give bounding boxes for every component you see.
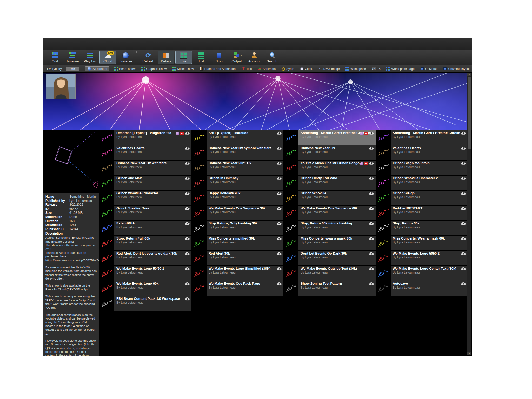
- scroll-up-arrow[interactable]: ▲: [467, 73, 471, 76]
- tile[interactable]: We Make Events Cue Sequence 60kBy Lyra L…: [284, 206, 376, 220]
- toolbar-button-account[interactable]: Account: [246, 51, 263, 64]
- tile[interactable]: Stop, Return Full 60kBy Lyra Letourneau: [100, 236, 191, 250]
- filter-item-frames-and-animation[interactable]: Frames and Animation: [198, 66, 237, 71]
- tile[interactable]: Something - Martin Garrix Breathe Caroli…: [376, 130, 468, 145]
- download-cloud-icon[interactable]: [185, 161, 190, 166]
- download-cloud-icon[interactable]: [185, 176, 190, 181]
- download-cloud-icon[interactable]: [185, 131, 190, 136]
- download-cloud-icon[interactable]: [369, 267, 374, 271]
- filter-item-universe[interactable]: Universe: [419, 66, 438, 71]
- download-cloud-icon[interactable]: [185, 297, 190, 302]
- download-cloud-icon[interactable]: [185, 146, 190, 151]
- toolbar-button-list[interactable]: List: [193, 51, 210, 64]
- download-cloud-icon[interactable]: [277, 191, 282, 196]
- download-cloud-icon[interactable]: [185, 237, 190, 241]
- download-cloud-icon[interactable]: [185, 252, 190, 256]
- download-cloud-icon[interactable]: [277, 222, 282, 226]
- tile[interactable]: We Make Events Outside Text (30k)By Lyra…: [284, 266, 376, 281]
- download-cloud-icon[interactable]: [277, 267, 282, 271]
- tile[interactable]: RedAlertRESTARTBy Lyra Letourneau: [376, 206, 468, 220]
- filter-item-mixed-show[interactable]: Mixed show: [171, 66, 195, 71]
- download-cloud-icon[interactable]: [185, 222, 190, 226]
- tile[interactable]: Grinch Slegh MountainBy Lyra Letourneau: [376, 161, 468, 175]
- tile[interactable]: Chinese New Year Ox with flareBy Lyra Le…: [100, 161, 191, 175]
- toolbar-button-search[interactable]: Search: [264, 51, 280, 64]
- tile[interactable]: Grinch WhovilleBy Lyra Letourneau: [284, 191, 376, 205]
- download-cloud-icon[interactable]: [369, 237, 374, 241]
- tile[interactable]: Stop Return, Only hashtag 30kBy Lyra Let…: [192, 221, 284, 235]
- download-cloud-icon[interactable]: [185, 267, 190, 271]
- tile[interactable]: Deadman [Explicit] - Vulgatron fea...By …: [100, 130, 191, 145]
- download-cloud-icon[interactable]: [369, 252, 374, 256]
- tile[interactable]: Grinch and MaxBy Lyra Letourneau: [100, 176, 191, 190]
- download-cloud-icon[interactable]: [277, 146, 282, 151]
- tile[interactable]: Chinese New Year Ox symobl with flareBy …: [192, 145, 284, 160]
- tile[interactable]: Miss Concerts, wear a mask 30kBy Lyra Le…: [284, 236, 376, 250]
- filter-item-graphics-show[interactable]: Graphics show: [140, 66, 168, 71]
- download-cloud-icon[interactable]: [185, 282, 190, 287]
- scrollbar-thumb[interactable]: [468, 77, 471, 149]
- tile[interactable]: FB4 Beam Content Pack 1.0 WorkspaceBy Ly…: [100, 296, 191, 311]
- tile[interactable]: Red Alert, Dont let events go dark 30kBy…: [100, 251, 191, 265]
- toolbar-button-tile[interactable]: Tile: [175, 51, 192, 64]
- toolbar-button-universe[interactable]: Universe: [117, 51, 134, 64]
- tile[interactable]: You"re a Mean One Mr Grinch Pangol...By …: [284, 161, 376, 175]
- download-cloud-icon[interactable]: [277, 252, 282, 256]
- vertical-scrollbar[interactable]: ▲ ▼: [467, 73, 471, 355]
- download-cloud-icon[interactable]: [461, 267, 466, 271]
- filter-item-workspace[interactable]: Workspace: [344, 66, 367, 71]
- download-cloud-icon[interactable]: [185, 191, 190, 196]
- download-cloud-icon[interactable]: [369, 131, 374, 136]
- toolbar-button-play-list[interactable]: Play List: [82, 51, 98, 64]
- tile[interactable]: We Make Events Cue Sequence 30kBy Lyra L…: [192, 206, 284, 220]
- tile[interactable]: Dont Let Events Go Dark 30kBy Lyra Letou…: [284, 251, 376, 265]
- toolbar-button-stop[interactable]: Stop: [211, 51, 227, 64]
- download-cloud-icon[interactable]: [369, 282, 374, 287]
- download-cloud-icon[interactable]: [461, 176, 466, 181]
- tile[interactable]: Valentines HeartsBy Lyra Letourneau: [376, 145, 468, 160]
- filter-item-abstracts[interactable]: Abstracts: [257, 66, 277, 71]
- filter-item-clock[interactable]: Clock: [299, 66, 314, 71]
- tile[interactable]: AutosaveBy Lyra Letourneau: [376, 281, 468, 296]
- download-cloud-icon[interactable]: [369, 161, 374, 166]
- toolbar-button-details[interactable]: Details: [158, 51, 174, 64]
- tile[interactable]: Red Alert 30kBy Lyra Letourneau: [192, 251, 284, 265]
- download-cloud-icon[interactable]: [369, 222, 374, 226]
- scroll-down-arrow[interactable]: ▼: [467, 352, 471, 355]
- download-cloud-icon[interactable]: [277, 207, 282, 211]
- tile[interactable]: ExtendPUABy Lyra Letourneau: [100, 221, 191, 235]
- tile[interactable]: Valentines HeartsBy Lyra Letourneau: [100, 145, 191, 160]
- tile[interactable]: Chinese New Year OxBy Lyra Letourneau: [284, 145, 376, 160]
- download-cloud-icon[interactable]: [461, 207, 466, 211]
- filter-item-universe-layout[interactable]: Universe layout: [442, 66, 471, 71]
- tile[interactable]: Grinch whoville CharacterBy Lyra Letourn…: [100, 191, 191, 205]
- download-cloud-icon[interactable]: [461, 131, 466, 136]
- tile[interactable]: Stop, Return 30kBy Lyra Letourneau: [376, 221, 468, 235]
- tile[interactable]: We Make Events Cue Pack PageBy Lyra Leto…: [192, 281, 284, 296]
- tile[interactable]: SHIT [Explicit] - MaraudaBy Lyra Letourn…: [192, 130, 284, 145]
- toolbar-button-refresh[interactable]: Refresh: [140, 51, 157, 64]
- download-cloud-icon[interactable]: [185, 207, 190, 211]
- tile[interactable]: We Make Events Logo 5050 2By Lyra Letour…: [376, 251, 468, 265]
- tile[interactable]: Miss Concerts simplified 30kBy Lyra Leto…: [192, 236, 284, 250]
- filter-item-beam-show[interactable]: Beam show: [113, 66, 136, 71]
- tile[interactable]: We Make Events Logo Center Text (30k)By …: [376, 266, 468, 281]
- filter-item-fx[interactable]: FX: [371, 66, 382, 71]
- toolbar-button-timeline[interactable]: Timeline: [64, 51, 81, 64]
- filter-item-text[interactable]: Text: [240, 66, 253, 71]
- tile[interactable]: Something - Martin Garrix Breathe Caroli…: [284, 130, 376, 145]
- tile[interactable]: Chinese New Year 2021 OxBy Lyra Letourne…: [192, 161, 284, 175]
- tile[interactable]: Grinch in ChimneyBy Lyra Letourneau: [192, 176, 284, 190]
- download-cloud-icon[interactable]: [277, 237, 282, 241]
- tile[interactable]: We Make Events Logo 60kBy Lyra Letournea…: [100, 281, 191, 296]
- filter-item-workspace-page[interactable]: Workspace page: [385, 66, 416, 71]
- tile[interactable]: Happy Holidays 90kBy Lyra Letourneau: [192, 191, 284, 205]
- dropdown-arrow-icon[interactable]: ▼: [240, 54, 242, 57]
- tile[interactable]: Grinch Stealing TreeBy Lyra Letourneau: [100, 206, 191, 220]
- download-cloud-icon[interactable]: [277, 131, 282, 136]
- filter-item-everybody[interactable]: Everybody: [46, 66, 63, 71]
- filter-item-all-content[interactable]: All content: [85, 66, 109, 71]
- tile[interactable]: Stop, Return 60k minus hashtagBy Lyra Le…: [284, 221, 376, 235]
- download-cloud-icon[interactable]: [369, 176, 374, 181]
- download-cloud-icon[interactable]: [461, 161, 466, 166]
